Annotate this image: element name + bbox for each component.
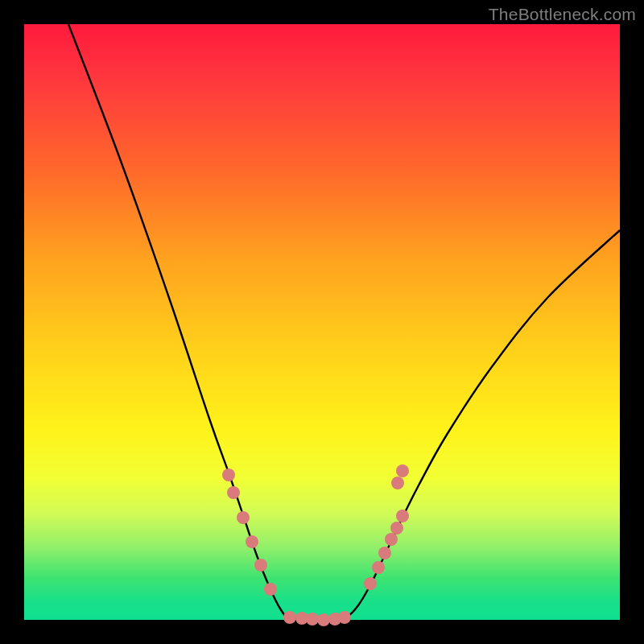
chart-svg bbox=[24, 24, 620, 620]
left-marker bbox=[264, 583, 277, 596]
left-marker bbox=[246, 535, 258, 548]
floor-marker bbox=[283, 611, 296, 624]
marker-group bbox=[222, 464, 409, 626]
floor-marker bbox=[338, 611, 351, 624]
right-marker bbox=[378, 547, 391, 559]
right-marker bbox=[391, 477, 404, 489]
curve-group bbox=[68, 24, 620, 620]
watermark-text: TheBottleneck.com bbox=[489, 5, 636, 24]
left-marker bbox=[222, 469, 235, 481]
right-marker bbox=[364, 577, 377, 590]
right-marker bbox=[372, 561, 385, 574]
bottleneck-curve bbox=[68, 24, 620, 620]
left-marker bbox=[227, 486, 240, 499]
floor-marker bbox=[306, 613, 319, 625]
gradient-plot-area bbox=[24, 24, 620, 620]
right-marker bbox=[396, 510, 409, 522]
left-marker bbox=[237, 511, 250, 524]
left-marker bbox=[254, 559, 267, 572]
right-marker bbox=[396, 464, 409, 477]
floor-marker bbox=[317, 613, 330, 626]
right-marker bbox=[385, 533, 398, 546]
outer-black-frame: TheBottleneck.com bbox=[0, 0, 644, 644]
right-marker bbox=[390, 522, 403, 535]
